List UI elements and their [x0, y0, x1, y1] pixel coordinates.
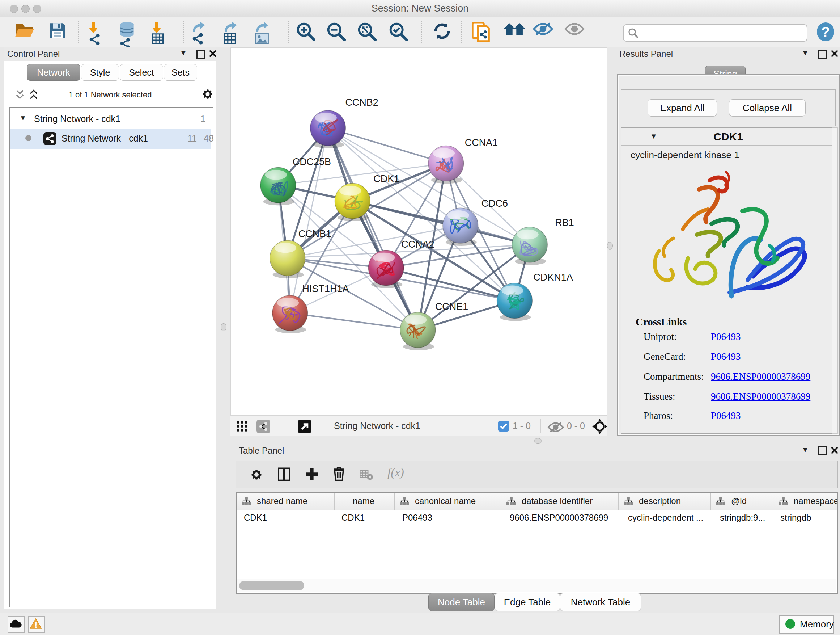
control-panel-collapse-icon[interactable]: ▼ [180, 49, 187, 57]
bottom-splitter-handle[interactable] [534, 438, 542, 444]
toolbar-separator [421, 21, 422, 43]
crosslink-link[interactable]: P06493 [711, 351, 741, 363]
hidden-eye-slash-icon[interactable] [547, 422, 564, 432]
table-panel-close-icon[interactable] [831, 447, 838, 454]
search-input[interactable] [643, 26, 803, 39]
function-builder-icon[interactable]: f(x) [387, 466, 404, 479]
sitemap-icon [624, 497, 633, 506]
column-header[interactable]: shared name [237, 493, 334, 510]
svg-text:CCNE1: CCNE1 [435, 301, 468, 312]
import-network-file-icon[interactable] [88, 22, 110, 43]
network-view-canvas[interactable]: CCNB2CCNA1CDC25BCDK1CDC6RB1CCNB1CCNA2CDK… [231, 48, 607, 416]
results-scrollbar[interactable] [832, 127, 838, 434]
tree-expand-icon[interactable]: ▼ [19, 114, 27, 122]
cell-namespace: stringdb [780, 513, 835, 523]
fit-selected-crosshair-icon[interactable] [592, 419, 607, 434]
export-table-icon[interactable] [224, 22, 245, 43]
results-panel-close-icon[interactable] [831, 50, 838, 57]
import-network-database-icon[interactable] [119, 22, 141, 43]
network-options-gear-icon[interactable] [202, 88, 214, 100]
tab-edge-table[interactable]: Edge Table [494, 593, 560, 611]
svg-text:CCNB1: CCNB1 [298, 228, 332, 239]
svg-text:CDC6: CDC6 [482, 198, 508, 209]
control-panel-close-icon[interactable] [209, 50, 216, 57]
open-session-icon[interactable] [14, 22, 35, 43]
tab-sets[interactable]: Sets [164, 64, 197, 81]
string-results-container: Expand All Collapse All ▼ CDK1 cyclin-de… [617, 74, 840, 436]
results-panel-collapse-icon[interactable]: ▼ [802, 49, 809, 57]
tab-network-table[interactable]: Network Table [560, 593, 641, 611]
table-toolbar: f(x) [236, 461, 838, 488]
copy-network-icon[interactable] [471, 22, 493, 43]
memory-button[interactable]: Memory [779, 615, 834, 633]
expand-all-button[interactable]: Expand All [647, 99, 717, 117]
results-panel-title: Results Panel [619, 49, 673, 59]
zoom-fit-icon[interactable] [357, 22, 378, 43]
network-view-toolbar: String Network - cdk1 1 - 0 0 - 0 [231, 416, 607, 436]
show-columns-icon[interactable] [278, 467, 290, 481]
results-panel: Results Panel ▼ String Expand All Collap… [611, 47, 840, 444]
table-options-gear-icon[interactable] [250, 468, 263, 481]
add-column-icon[interactable] [306, 468, 318, 480]
tab-node-table[interactable]: Node Table [428, 593, 494, 611]
scrollbar-thumb[interactable] [239, 581, 304, 590]
network-row-label: String Network - cdk1 [62, 133, 148, 144]
hide-selected-icon[interactable] [533, 22, 554, 43]
left-splitter-handle[interactable] [221, 323, 226, 331]
selected-node-edge-counts: 1 - 0 [513, 421, 531, 431]
column-header[interactable]: @id [711, 493, 774, 510]
control-panel-float-icon[interactable] [196, 50, 205, 59]
search-field[interactable] [623, 24, 807, 42]
network-collection-label: String Network - cdk1 [34, 114, 120, 124]
zoom-in-icon[interactable] [296, 22, 317, 43]
network-selected-status: 1 of 1 Network selected [4, 90, 216, 100]
cloud-status-button[interactable] [8, 616, 25, 633]
status-bar: Memory [0, 613, 840, 635]
protein-structure-image [639, 168, 820, 309]
node-card-header[interactable]: ▼ CDK1 [621, 128, 835, 146]
column-header[interactable]: name [334, 493, 395, 510]
network-row-selected[interactable]: String Network - cdk1 11 48 [10, 129, 211, 149]
network-node-count: 11 [187, 133, 197, 144]
svg-text:HIST1H1A: HIST1H1A [302, 283, 349, 295]
grid-view-icon[interactable] [237, 421, 248, 432]
column-header[interactable]: database identifier [501, 493, 619, 510]
crosslink-link[interactable]: 9606.ENSP00000378699 [711, 391, 810, 402]
export-network-icon[interactable] [192, 22, 213, 43]
crosslink-label: GeneCard: [644, 351, 686, 363]
sitemap-icon [400, 497, 409, 506]
import-table-file-icon[interactable] [152, 22, 173, 43]
collapse-all-button[interactable]: Collapse All [729, 99, 806, 117]
tab-style[interactable]: Style [81, 64, 119, 81]
zoom-selected-icon[interactable] [388, 22, 409, 43]
delete-table-icon[interactable] [360, 470, 373, 480]
svg-text:CCNA2: CCNA2 [401, 239, 434, 250]
tab-network[interactable]: Network [27, 64, 80, 81]
column-header[interactable]: canonical name [394, 493, 501, 510]
warning-status-button[interactable] [28, 616, 45, 633]
crosslink-link[interactable]: 9606.ENSP00000378699 [711, 371, 810, 382]
results-panel-float-icon[interactable] [818, 50, 827, 59]
export-image-icon[interactable] [255, 22, 276, 43]
zoom-out-icon[interactable] [326, 22, 347, 43]
crosslink-link[interactable]: P06493 [711, 410, 741, 421]
table-panel-collapse-icon[interactable]: ▼ [802, 446, 809, 454]
birds-eye-view-icon[interactable] [256, 420, 270, 433]
detach-view-icon[interactable] [298, 420, 311, 433]
column-header[interactable]: namespace [773, 493, 837, 510]
crosslink-link[interactable]: P06493 [711, 331, 741, 342]
table-panel-float-icon[interactable] [818, 447, 827, 455]
table-horizontal-scrollbar[interactable] [237, 579, 836, 592]
show-all-networks-icon[interactable] [504, 22, 524, 43]
crosslink-label: Compartments: [644, 371, 704, 382]
table-panel-title: Table Panel [239, 446, 284, 456]
delete-column-icon[interactable] [333, 467, 345, 481]
tab-select[interactable]: Select [120, 64, 163, 81]
save-session-icon[interactable] [49, 22, 69, 43]
selected-checkbox-icon[interactable] [498, 421, 509, 432]
network-collection-row[interactable]: ▼ String Network - cdk1 1 [10, 110, 211, 129]
help-icon[interactable]: ? [817, 22, 834, 41]
column-header[interactable]: description [618, 493, 711, 510]
show-hidden-icon[interactable] [564, 22, 585, 43]
refresh-icon[interactable] [433, 22, 454, 43]
